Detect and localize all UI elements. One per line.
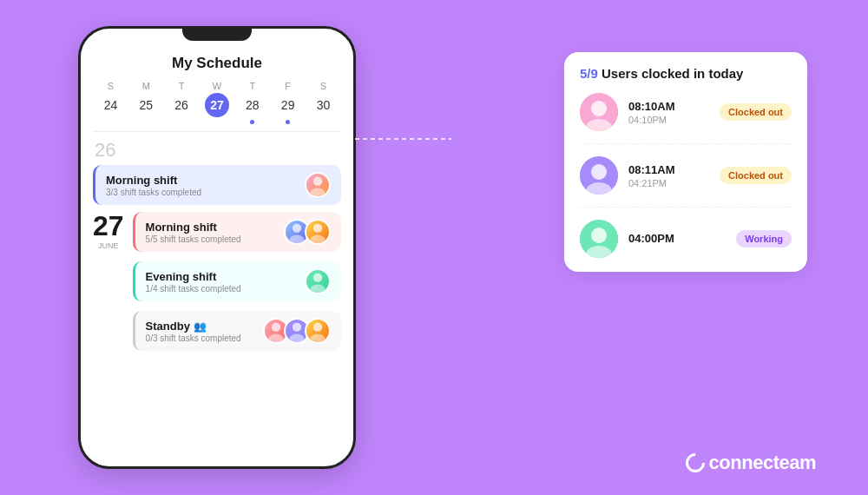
phone-notch <box>182 29 252 41</box>
day-num-5: 29 <box>276 93 300 117</box>
clock-out-2: 04:21PM <box>628 178 709 188</box>
day-dot-6 <box>321 120 326 124</box>
standby-shift-info: Standby 👥 0/3 shift tasks completed <box>146 320 241 343</box>
svg-point-7 <box>310 284 325 293</box>
brand-name: connecteam <box>709 452 816 474</box>
day-tue[interactable]: T 26 <box>166 81 197 124</box>
users-count: 5/9 <box>580 66 598 81</box>
clock-in-2: 08:11AM <box>628 163 709 176</box>
svg-point-11 <box>289 333 304 342</box>
svg-point-0 <box>313 176 322 185</box>
prev-morning-shift-tasks: 3/3 shift tasks completed <box>106 188 201 197</box>
standby-label-text: Standby <box>146 320 194 333</box>
avatar-prev-1 <box>305 172 331 198</box>
standby-shift-name: Standby 👥 <box>146 320 241 333</box>
morning-shift-tasks: 5/5 shift tasks completed <box>146 234 241 244</box>
schedule-title: My Schedule <box>81 48 353 81</box>
clock-times-2: 08:11AM 04:21PM <box>628 163 709 188</box>
prev-morning-shift-name: Morning shift <box>106 174 201 187</box>
day-num-1: 25 <box>134 93 158 117</box>
evening-shift-name: Evening shift <box>146 270 241 283</box>
avatar-user-2 <box>580 156 618 195</box>
day-sat[interactable]: S 30 <box>307 81 339 124</box>
day-wed[interactable]: W 27 <box>201 81 233 124</box>
day-sun[interactable]: S 24 <box>95 81 126 124</box>
morning-shift-info: Morning shift 5/5 shift tasks completed <box>146 221 241 244</box>
standby-shift-tasks: 0/3 shift tasks completed <box>146 333 241 343</box>
standby-shift-card[interactable]: Standby 👥 0/3 shift tasks completed <box>133 311 341 351</box>
day-letter-3: W <box>213 81 221 91</box>
svg-point-20 <box>591 164 607 180</box>
phone-mockup: My Schedule S 24 M 25 T 26 W 27 <box>78 26 356 469</box>
avatar-user-3 <box>580 220 618 258</box>
svg-point-4 <box>313 223 322 232</box>
clock-in-3: 04:00PM <box>628 232 726 245</box>
evening-shift-tasks: 1/4 shift tasks completed <box>146 284 241 294</box>
clock-times-1: 08:10AM 04:10PM <box>628 100 709 125</box>
prev-shift-avatars <box>305 172 331 198</box>
avatar-morning-2 <box>305 219 331 245</box>
status-badge-2: Clocked out <box>720 167 792 184</box>
day-dot-1 <box>144 120 148 124</box>
svg-point-3 <box>289 234 304 243</box>
avatar-user-1 <box>580 93 618 131</box>
avatar-standby-3 <box>305 318 331 344</box>
morning-shift-card[interactable]: Morning shift 5/5 shift tasks completed <box>133 212 341 252</box>
day-num-4: 28 <box>240 93 265 117</box>
day-letter-6: S <box>320 81 326 91</box>
svg-point-8 <box>272 322 280 331</box>
clock-item-1: 08:10AM 04:10PM Clocked out <box>580 93 792 144</box>
phone-content: My Schedule S 24 M 25 T 26 W 27 <box>81 41 353 466</box>
svg-point-12 <box>313 322 322 331</box>
evening-shift-info: Evening shift 1/4 shift tasks completed <box>146 270 241 294</box>
day-letter-1: M <box>142 81 150 91</box>
curr-day-num-big: 27 <box>93 212 124 240</box>
prev-morning-shift-info: Morning shift 3/3 shift tasks completed <box>106 174 201 197</box>
clock-item-2: 08:11AM 04:21PM Clocked out <box>580 156 792 208</box>
clock-out-1: 04:10PM <box>628 115 709 125</box>
connector-line <box>347 122 521 174</box>
day-dot-0 <box>108 120 113 124</box>
curr-day-month: June <box>98 241 119 250</box>
morning-shift-name: Morning shift <box>146 221 241 234</box>
day-letter-2: T <box>179 81 185 91</box>
evening-shift-avatars <box>305 268 331 294</box>
morning-shift-avatars <box>284 219 331 245</box>
prev-morning-shift-card[interactable]: Morning shift 3/3 shift tasks completed <box>93 165 341 205</box>
day-dot-3 <box>214 120 219 124</box>
day-letter-4: T <box>249 81 255 91</box>
prev-day-section: 26 Morning shift 3/3 shift tasks complet… <box>93 139 341 205</box>
brand-c-icon <box>681 449 708 476</box>
clock-item-3: 04:00PM Working <box>580 220 792 258</box>
evening-shift-card[interactable]: Evening shift 1/4 shift tasks completed <box>133 261 341 301</box>
curr-day-section: 27 June Morning shift 5/5 shift tasks co… <box>93 212 341 356</box>
clock-in-1: 08:10AM <box>628 100 709 113</box>
avatar-evening-1 <box>305 268 331 294</box>
schedule-body: 26 Morning shift 3/3 shift tasks complet… <box>81 139 353 360</box>
svg-point-6 <box>313 273 322 281</box>
svg-point-13 <box>310 333 325 342</box>
day-num-6: 30 <box>311 93 335 117</box>
day-letter-5: F <box>285 81 291 91</box>
day-dot-4 <box>250 120 254 124</box>
right-panel: 5/9 Users clocked in today 08:10AM 04:10… <box>564 52 807 272</box>
people-icon: 👥 <box>194 320 207 333</box>
brand-logo: connecteam <box>686 452 816 474</box>
week-row: S 24 M 25 T 26 W 27 T 28 <box>81 81 353 124</box>
panel-header: 5/9 Users clocked in today <box>580 66 792 81</box>
day-letter-0: S <box>108 81 114 91</box>
status-badge-3: Working <box>736 230 792 248</box>
day-thu[interactable]: T 28 <box>237 81 268 124</box>
day-num-2: 26 <box>169 93 194 117</box>
svg-point-5 <box>310 234 325 243</box>
curr-day-label: 27 June <box>93 212 124 356</box>
day-fri[interactable]: F 29 <box>273 81 304 124</box>
users-label: Users clocked in today <box>602 66 743 81</box>
day-num-0: 24 <box>98 93 122 117</box>
day-num-3: 27 <box>205 93 229 117</box>
day-dot-5 <box>286 120 290 124</box>
day-mon[interactable]: M 25 <box>130 81 161 124</box>
svg-point-9 <box>268 333 283 342</box>
day-dot-2 <box>180 120 184 124</box>
week-divider <box>93 131 341 132</box>
